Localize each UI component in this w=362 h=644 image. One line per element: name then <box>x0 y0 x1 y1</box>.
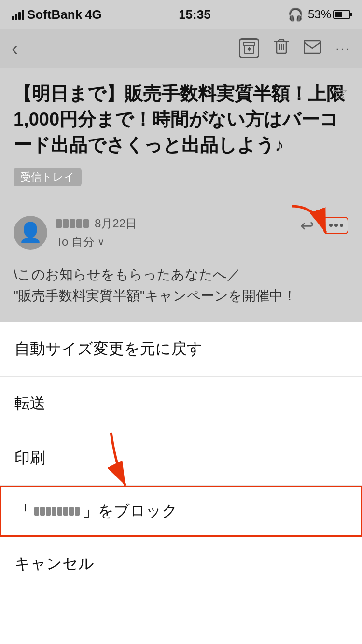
sender-to-row[interactable]: To 自分 ∨ <box>56 234 137 250</box>
battery-fill <box>335 12 342 17</box>
more-actions-button[interactable]: ··· <box>335 40 350 56</box>
svg-rect-0 <box>243 42 255 45</box>
br-8 <box>75 507 80 516</box>
menu-item-block[interactable]: 「 」をブロック <box>0 486 362 537</box>
sender-to-label: To 自分 <box>56 234 95 250</box>
battery-icon <box>333 10 350 19</box>
email-meta-actions: ↩ <box>300 216 348 235</box>
redact-4 <box>76 219 82 228</box>
toolbar-actions: ··· <box>239 38 350 59</box>
more-dot-2 <box>334 224 338 227</box>
body-line-2: "販売手数料実質半額"キャンペーンを開催中！ <box>14 285 348 307</box>
archive-icon <box>243 42 255 55</box>
status-left: SoftBank 4G <box>12 7 102 22</box>
body-line-1: \このお知らせをもらったあなたへ／ <box>14 264 348 286</box>
sender-name-redacted <box>56 219 89 228</box>
star-button[interactable]: ☆ <box>331 81 348 103</box>
sender-avatar: 👤 <box>14 216 47 250</box>
chevron-down-icon: ∨ <box>97 236 105 248</box>
br-1 <box>34 507 39 516</box>
sender-date: 8月22日 <box>95 216 137 231</box>
block-prefix: 「 <box>16 501 31 522</box>
br-3 <box>46 507 51 516</box>
email-subject-area: ☆ 【明日まで】販売手数料実質半額！上限1,000円分まで！時間がない方はバーコ… <box>0 68 362 206</box>
redact-1 <box>56 219 62 228</box>
signal-bar-3 <box>18 12 21 20</box>
mail-icon <box>304 40 321 54</box>
block-sender-redacted <box>34 507 80 516</box>
svg-rect-11 <box>304 41 320 53</box>
delete-button[interactable] <box>274 38 289 59</box>
menu-panel: 自動サイズ変更を元に戻す 転送 印刷 「 <box>0 322 362 591</box>
email-meta-left: 👤 8月22日 To 自分 ∨ <box>14 216 137 250</box>
battery-container: 53% <box>308 8 350 21</box>
sender-info: 8月22日 To 自分 ∨ <box>56 216 137 250</box>
time-label: 15:35 <box>179 7 211 22</box>
trash-icon <box>274 38 289 55</box>
br-4 <box>52 507 56 516</box>
more-dot-1 <box>329 224 333 227</box>
menu-item-forward[interactable]: 転送 <box>0 377 362 431</box>
more-dot-3 <box>340 224 343 227</box>
status-bar: SoftBank 4G 15:35 🎧 53% <box>0 0 362 29</box>
block-row-container: 「 」をブロック <box>0 486 362 537</box>
menu-item-cancel[interactable]: キャンセル <box>0 537 362 591</box>
mail-button[interactable] <box>304 40 321 57</box>
reply-button[interactable]: ↩ <box>300 216 314 235</box>
network-label: 4G <box>85 7 102 22</box>
status-right: 🎧 53% <box>288 7 350 22</box>
redact-2 <box>63 219 69 228</box>
signal-bar-2 <box>15 14 17 20</box>
avatar-person-icon: 👤 <box>18 221 42 244</box>
br-6 <box>63 507 68 516</box>
archive-button[interactable] <box>239 38 259 58</box>
redact-3 <box>70 219 75 228</box>
br-7 <box>69 507 74 516</box>
block-suffix: 」をブロック <box>83 501 178 522</box>
br-2 <box>40 507 45 516</box>
email-subject: 【明日まで】販売手数料実質半額！上限1,000円分まで！時間がない方はバーコード… <box>14 81 348 158</box>
battery-percent: 53% <box>308 8 331 21</box>
headphone-icon: 🎧 <box>288 7 303 22</box>
signal-bar-4 <box>22 10 24 20</box>
inbox-badge: 受信トレイ <box>14 168 82 186</box>
back-button[interactable]: ‹ <box>12 38 18 59</box>
signal-bar-1 <box>12 16 14 20</box>
redact-5 <box>83 219 89 228</box>
br-5 <box>57 507 62 516</box>
more-button[interactable] <box>323 217 348 234</box>
signal-bars <box>12 9 24 20</box>
email-toolbar: ‹ <box>0 29 362 68</box>
carrier-label: SoftBank <box>27 7 82 22</box>
email-body: \このお知らせをもらったあなたへ／ "販売手数料実質半額"キャンペーンを開催中！ <box>0 259 362 322</box>
menu-item-auto-resize[interactable]: 自動サイズ変更を元に戻す <box>0 322 362 377</box>
menu-item-print[interactable]: 印刷 <box>0 431 362 486</box>
email-meta-row: 👤 8月22日 To 自分 ∨ ↩ <box>0 206 362 259</box>
sender-name-row: 8月22日 <box>56 216 137 231</box>
